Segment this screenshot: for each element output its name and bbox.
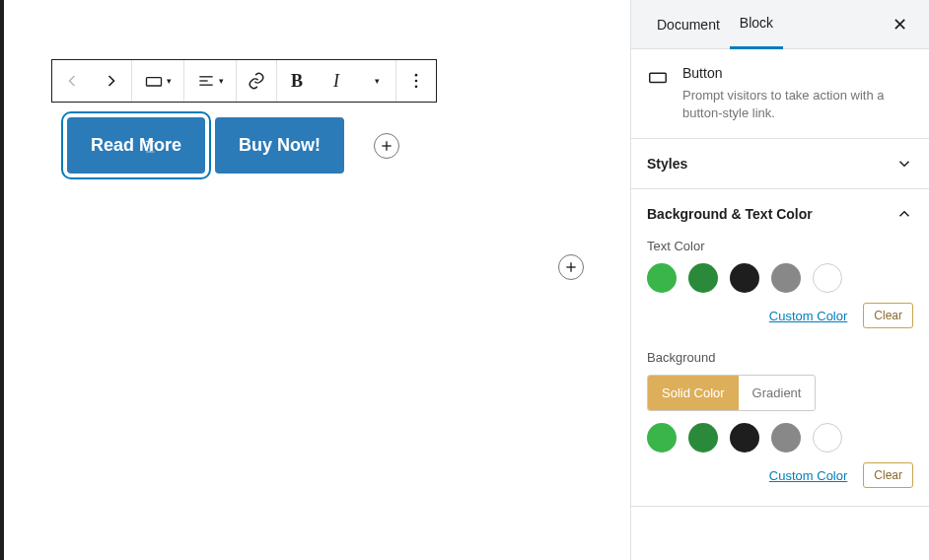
- custom-bg-color-link[interactable]: Custom Color: [769, 468, 847, 483]
- tab-block[interactable]: Block: [730, 0, 783, 49]
- link-button[interactable]: [237, 60, 276, 102]
- panel-styles-toggle[interactable]: Styles: [631, 139, 929, 188]
- change-block-type-button[interactable]: ▾: [132, 60, 183, 102]
- bg-swatch-white[interactable]: [813, 423, 842, 453]
- background-label: Background: [647, 350, 913, 365]
- chevron-up-icon: [895, 205, 913, 223]
- bg-swatch-green1[interactable]: [647, 423, 677, 453]
- svg-point-5: [415, 80, 418, 83]
- svg-rect-0: [147, 78, 162, 86]
- solid-color-option[interactable]: Solid Color: [648, 376, 739, 410]
- clear-text-color-button[interactable]: Clear: [863, 303, 913, 328]
- svg-rect-11: [650, 73, 667, 82]
- block-description: Prompt visitors to take action with a bu…: [682, 87, 913, 122]
- panel-styles: Styles: [631, 139, 929, 189]
- more-rich-text-button[interactable]: ▾: [356, 60, 395, 102]
- add-block-canvas-button[interactable]: [558, 254, 584, 280]
- button-label: Buy Now!: [239, 135, 321, 156]
- nav-down-icon[interactable]: [92, 60, 131, 102]
- align-button[interactable]: ▾: [184, 60, 236, 102]
- background-type-toggle: Solid Color Gradient: [647, 375, 816, 411]
- block-info: Button Prompt visitors to take action wi…: [631, 49, 929, 139]
- gradient-option[interactable]: Gradient: [739, 376, 816, 410]
- block-toolbar: ▾ ▾ B I ▾: [51, 59, 437, 103]
- clear-bg-color-button[interactable]: Clear: [863, 462, 913, 488]
- button-block-icon: [647, 65, 669, 89]
- panel-title: Styles: [647, 156, 687, 172]
- close-sidebar-button[interactable]: ✕: [886, 14, 913, 35]
- swatch-gray[interactable]: [771, 263, 801, 293]
- nav-up-icon[interactable]: [52, 60, 92, 102]
- bg-swatch-gray[interactable]: [771, 423, 801, 453]
- button-label: Read More: [91, 135, 181, 156]
- panel-title: Background & Text Color: [647, 206, 813, 222]
- editor-canvas[interactable]: ▾ ▾ B I ▾: [0, 0, 630, 560]
- button-read-more[interactable]: Read More ⌶: [67, 117, 205, 174]
- bg-swatch-green2[interactable]: [688, 423, 718, 453]
- bg-swatch-black[interactable]: [730, 423, 759, 453]
- svg-point-4: [415, 74, 418, 77]
- buttons-block: Read More ⌶ Buy Now!: [67, 117, 399, 174]
- svg-point-6: [415, 86, 418, 89]
- swatch-white[interactable]: [813, 263, 842, 293]
- swatch-green2[interactable]: [688, 263, 718, 293]
- text-color-label: Text Color: [647, 239, 913, 253]
- custom-color-link[interactable]: Custom Color: [769, 309, 847, 323]
- add-block-inline-button[interactable]: [374, 133, 399, 159]
- bold-button[interactable]: B: [277, 60, 317, 102]
- button-block-selected[interactable]: Read More ⌶: [67, 117, 205, 174]
- text-cursor-icon: ⌶: [146, 138, 154, 154]
- tab-document[interactable]: Document: [647, 0, 730, 49]
- italic-button[interactable]: I: [317, 60, 356, 102]
- swatch-black[interactable]: [730, 263, 759, 293]
- settings-sidebar: Document Block ✕ Button Prompt visitors …: [630, 0, 929, 560]
- panel-bgcolor-toggle[interactable]: Background & Text Color: [631, 189, 929, 239]
- text-color-swatches: [647, 263, 913, 293]
- panel-background-text-color: Background & Text Color Text Color Custo…: [631, 189, 929, 507]
- chevron-down-icon: [895, 155, 913, 173]
- more-options-button[interactable]: [396, 60, 436, 102]
- sidebar-tabs: Document Block ✕: [631, 0, 929, 49]
- block-title: Button: [682, 65, 913, 81]
- background-swatches: [647, 423, 913, 453]
- button-buy-now[interactable]: Buy Now!: [215, 117, 344, 174]
- swatch-green1[interactable]: [647, 263, 677, 293]
